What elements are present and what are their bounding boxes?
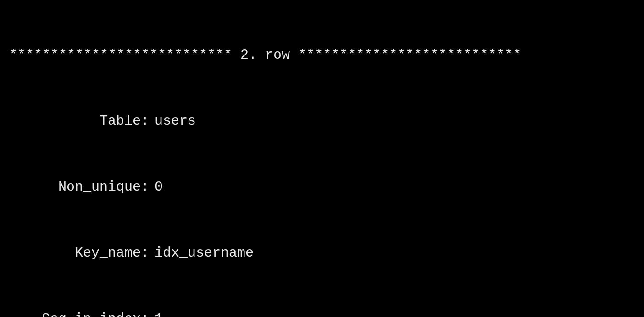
- field-label-key-name: Key_name:: [9, 242, 149, 264]
- field-label-seq-in-index: Seq_in_index:: [9, 308, 149, 317]
- field-row: Seq_in_index:1: [9, 308, 635, 317]
- terminal-output: *************************** 2. row *****…: [9, 0, 635, 317]
- field-row: Table:users: [9, 110, 635, 132]
- field-label-non-unique: Non_unique:: [9, 176, 149, 198]
- row-label: 2. row: [232, 47, 298, 63]
- field-value-key-name: idx_username: [149, 242, 254, 264]
- field-row: Key_name:idx_username: [9, 242, 635, 264]
- field-row: Non_unique:0: [9, 176, 635, 198]
- field-label-table: Table:: [9, 110, 149, 132]
- stars-right: ***************************: [298, 47, 521, 63]
- row-header: *************************** 2. row *****…: [9, 44, 635, 66]
- field-value-non-unique: 0: [149, 176, 163, 198]
- stars-left: ***************************: [9, 47, 232, 63]
- field-value-table: users: [149, 110, 196, 132]
- field-value-seq-in-index: 1: [149, 308, 163, 317]
